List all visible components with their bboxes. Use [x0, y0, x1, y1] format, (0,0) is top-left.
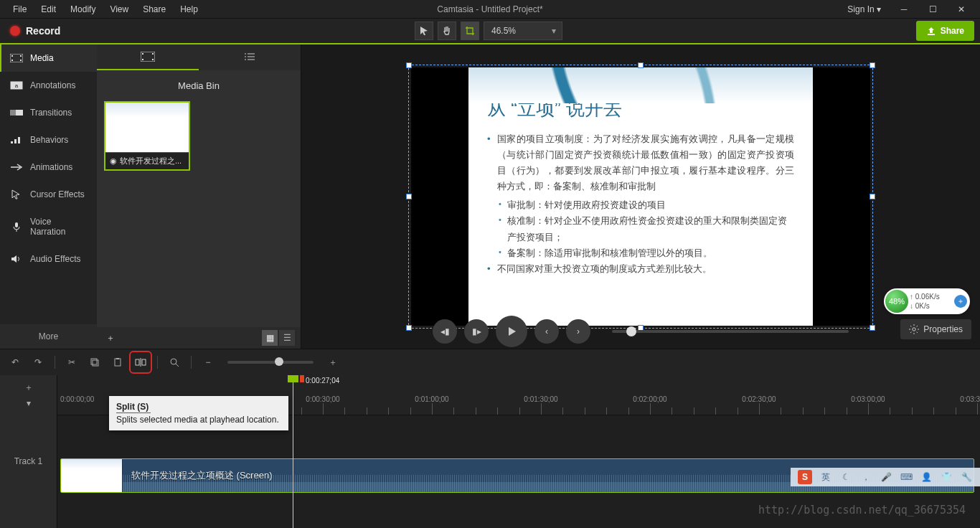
sidebar-label: Behaviors [30, 135, 68, 145]
sidebar-item-behaviors[interactable]: Behaviors [0, 126, 97, 154]
thumbnail-label: ◉软件开发过程之... [105, 153, 189, 169]
ruler-tick [432, 403, 433, 415]
split-button[interactable] [131, 353, 150, 372]
tooltip-body: Splits selected media at playhead locati… [116, 415, 279, 425]
ime-toolbar[interactable]: S 英 ☾ ， 🎤 ⌨ 👤 👕 🔧 [791, 468, 980, 486]
record-label: Record [26, 25, 60, 37]
sign-in-button[interactable]: Sign In ▾ [840, 1, 888, 17]
sidebar-label: Voice Narration [30, 217, 88, 237]
tool-crop-icon[interactable] [461, 22, 479, 40]
svg-rect-12 [15, 222, 18, 227]
sidebar-item-media[interactable]: Media [0, 44, 97, 72]
sidebar-item-animations[interactable]: Animations [0, 154, 97, 181]
ime-mic-icon[interactable]: 🎤 [880, 472, 892, 482]
track-header[interactable]: Track 1 [0, 415, 57, 506]
next-frame-button[interactable]: ▮▸ [464, 319, 489, 344]
timeline-toolbar: ↶ ↷ ✂ − ＋ [0, 349, 980, 375]
slider-knob[interactable] [275, 357, 283, 366]
sidebar-more[interactable]: More [0, 324, 97, 349]
menu-share[interactable]: Share [136, 1, 173, 17]
tooltip-title: Split (S) [116, 402, 151, 413]
ruler-label: 0:02:00;00 [633, 395, 666, 403]
sidebar: Media a Annotations Transitions Behavior… [0, 44, 97, 349]
ruler-label: 0:03:30;00 [960, 395, 980, 403]
ime-user-icon[interactable]: 👤 [920, 472, 933, 482]
timeline: ↶ ↷ ✂ − ＋ ＋ ▾ Track 1 0:00:00;00 0:00:27… [0, 349, 980, 528]
play-button[interactable] [496, 316, 527, 347]
cut-button[interactable]: ✂ [62, 353, 81, 372]
ime-lang[interactable]: 英 [819, 471, 832, 484]
menu-view[interactable]: View [103, 1, 136, 17]
menu-help[interactable]: Help [173, 1, 205, 17]
ruler-label: 0:02:30;00 [742, 395, 776, 403]
media-thumbnail[interactable]: ◉软件开发过程之... [104, 101, 190, 171]
sidebar-item-annotations[interactable]: a Annotations [0, 72, 97, 99]
ime-punct-icon[interactable]: ， [859, 471, 872, 484]
playhead[interactable] [293, 375, 293, 528]
prev-frame-button[interactable]: ◂▮ [433, 319, 457, 344]
menu-bar: Camtasia - Untitled Project* File Edit M… [0, 0, 980, 19]
track-options-button[interactable]: ▾ [21, 397, 37, 410]
network-widget[interactable]: 48% ↑ 0.06K/s ↓ 0K/s ＋ [884, 288, 970, 314]
slide-sub-bullet: 核准制：针对企业不使用政府性资金投资建设的重大和限制类固定资产投资项目； [499, 213, 794, 245]
copy-button[interactable] [85, 353, 104, 372]
svg-rect-0 [10, 54, 23, 62]
zoom-out-button[interactable]: − [199, 353, 217, 372]
timeline-search-icon[interactable] [165, 353, 184, 372]
zoom-in-button[interactable]: ＋ [324, 353, 342, 372]
maximize-button[interactable]: ☐ [920, 0, 946, 19]
menu-edit[interactable]: Edit [34, 1, 63, 17]
prev-marker-button[interactable]: ‹ [534, 319, 559, 344]
minimize-button[interactable]: ─ [891, 0, 917, 19]
paste-button[interactable] [108, 353, 127, 372]
properties-button[interactable]: Properties [900, 319, 971, 339]
redo-button[interactable]: ↷ [29, 353, 47, 372]
add-track-button[interactable]: ＋ [21, 381, 37, 394]
menu-file[interactable]: File [6, 1, 34, 17]
canvas-frame[interactable]: 从 “立项” 说开去 国家的项目立项制度：为了对经济发展实施有效调控，凡具备一定… [411, 67, 870, 326]
zoom-value: 46.5% [491, 26, 516, 36]
share-button[interactable]: Share [916, 21, 974, 41]
sidebar-item-transitions[interactable]: Transitions [0, 99, 97, 126]
ruler-tick [759, 403, 760, 415]
playhead-slider[interactable] [612, 330, 849, 333]
transition-icon [10, 108, 23, 118]
film-icon [141, 52, 155, 62]
timeline-zoom-slider[interactable] [227, 361, 314, 364]
ime-moon-icon[interactable]: ☾ [839, 472, 852, 482]
svg-rect-3 [20, 55, 22, 57]
add-media-button[interactable]: ＋ [103, 330, 118, 346]
mic-icon [10, 222, 23, 232]
share-label: Share [941, 26, 964, 36]
svg-line-27 [176, 364, 179, 367]
view-list-button[interactable]: ☰ [279, 330, 295, 346]
resize-handle[interactable] [870, 62, 875, 68]
resize-handle[interactable] [870, 194, 875, 199]
widget-plus-icon[interactable]: ＋ [954, 295, 967, 308]
sidebar-item-cursor-effects[interactable]: Cursor Effects [0, 181, 97, 208]
sidebar-item-audio-effects[interactable]: Audio Effects [0, 245, 97, 273]
undo-button[interactable]: ↶ [6, 353, 24, 372]
canvas-area[interactable]: 从 “立项” 说开去 国家的项目立项制度：为了对经济发展实施有效调控，凡具备一定… [301, 44, 980, 349]
next-marker-button[interactable]: › [566, 319, 590, 344]
ruler-tick [977, 403, 978, 415]
sidebar-item-voice-narration[interactable]: Voice Narration [0, 208, 97, 245]
sidebar-label: Annotations [30, 80, 75, 90]
media-tab-clips[interactable] [97, 44, 199, 70]
menu-modify[interactable]: Modify [63, 1, 103, 17]
record-button[interactable]: Record [0, 19, 70, 43]
zoom-select[interactable]: 46.5% [484, 22, 562, 40]
close-button[interactable]: ✕ [948, 0, 974, 19]
tool-pan-icon[interactable] [438, 22, 456, 40]
ime-skin-icon[interactable]: 👕 [940, 472, 953, 482]
slider-knob[interactable] [626, 326, 636, 336]
view-grid-button[interactable]: ▦ [262, 330, 278, 346]
speaker-icon [10, 254, 23, 264]
tool-select-icon[interactable] [415, 22, 433, 40]
media-tab-library[interactable] [199, 44, 301, 70]
cursor-icon [10, 189, 23, 199]
memory-ball-icon: 48% [885, 290, 908, 313]
ime-tool-icon[interactable]: 🔧 [960, 472, 973, 482]
ime-keyboard-icon[interactable]: ⌨ [900, 472, 913, 482]
sogou-ime-icon[interactable]: S [798, 470, 812, 484]
